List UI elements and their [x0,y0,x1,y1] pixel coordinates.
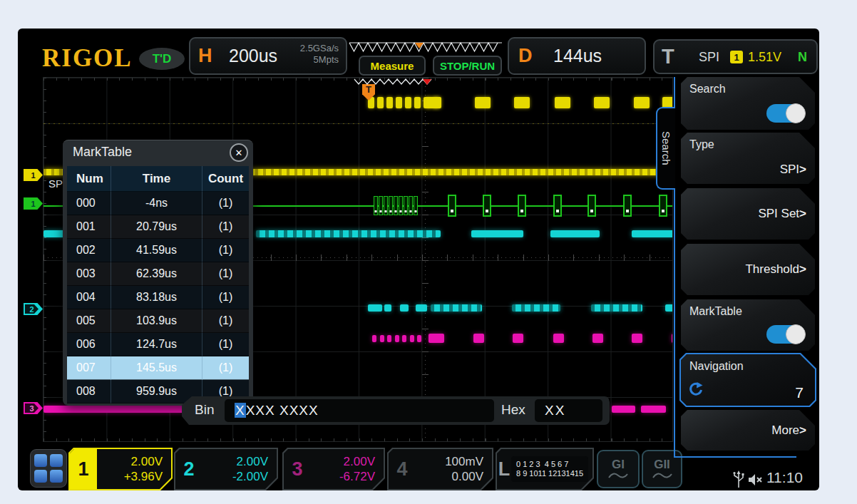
row-count: (1) [202,262,249,286]
marktable-row[interactable]: 006124.7us(1) [67,333,249,356]
navigation-value: 7 [795,384,804,401]
hex-value-field[interactable]: XX [535,399,602,422]
chevron-right-icon: > [799,207,806,220]
channel2-number: 2 [175,449,202,489]
ch1-marker[interactable]: 1 [24,169,43,181]
horizontal-timebase-panel[interactable]: H 200us 2.5GSa/s 5Mpts [189,37,347,75]
chevron-right-icon: > [799,262,806,276]
ch2-trace [256,230,441,237]
row-time: 145.5us [111,356,202,380]
search-event-mark [405,97,411,108]
marktable-row[interactable]: 007145.5us(1) [67,356,249,380]
sine-wave-icon [607,471,629,480]
bus-marker[interactable]: 1 [24,197,43,210]
ch3-burst [387,335,391,342]
oscilloscope-screen: RIGOL T'D H 200us 2.5GSa/s 5Mpts Measure… [18,29,819,490]
hex-label: Hex [501,402,525,418]
ch3-burst [513,334,523,343]
ch3-trace [612,406,635,413]
bus-pulse [659,195,667,217]
marktable-row[interactable]: 000-4ns(1) [67,192,249,215]
row-count: (1) [202,356,249,380]
ch3-trace [641,406,666,413]
bus-pulse [374,196,378,215]
ch3-burst [672,334,673,343]
ch2-trace-lower [400,304,409,312]
rigol-logo: RIGOL [42,44,133,73]
ch3-burst [372,335,376,342]
menu-item-marktable[interactable]: MarkTable [681,299,815,351]
la-label: L [497,458,511,480]
column-header-count: Count [202,166,249,192]
marktable-row[interactable]: 00241.59us(1) [67,239,249,262]
menu-item-spi-set[interactable]: SPI Set> [681,188,815,240]
row-num: 004 [67,286,111,309]
menu-item-navigation[interactable]: Navigation 7 [679,353,816,407]
delay-panel[interactable]: D 144us [508,37,646,75]
bin-value-field[interactable]: XXXX XXXX [225,399,494,422]
home-menu-button[interactable] [30,449,67,488]
grid-icon [34,454,47,467]
menu-item-search[interactable]: Search [681,77,815,130]
channel2-scale: 2.00V [237,454,268,469]
channel4-button[interactable]: 4 100mV 0.00V [387,448,493,490]
trigger-panel[interactable]: T SPI 1 1.51V N [653,39,818,74]
marktable-popup: MarkTable ✕ Num Time Count 000-4ns(1)001… [63,140,253,406]
timebase-value: 200us [229,46,277,66]
measure-button[interactable]: Measure [359,56,426,76]
row-num: 008 [67,380,111,403]
gen1-button[interactable]: GI [597,450,640,488]
ch2-trace-lower [512,304,560,312]
la-channels-row1: 0 1 2 3 4 5 6 7 [516,460,583,469]
bus-pulse [399,196,403,215]
dc-coupling-icon [327,458,339,466]
search-event-mark [594,97,610,108]
marktable-row[interactable]: 00120.79us(1) [67,215,249,239]
dc-coupling-icon [220,458,232,466]
marktable-body: 000-4ns(1)00120.79us(1)00241.59us(1)0036… [67,192,249,403]
row-count: (1) [202,192,249,215]
marktable-row[interactable]: 00483.18us(1) [67,286,249,309]
hex-value: XX [545,403,565,418]
marktable-title: MarkTable [73,145,132,160]
channel1-scale: 2.00V [131,454,163,469]
ch2-trace-lower [665,304,673,312]
channel1-button[interactable]: 1 2.00V +3.96V [68,448,173,490]
marktable-row[interactable]: 005103.9us(1) [67,309,249,333]
row-time: 20.79us [111,215,202,239]
acquisition-info: 2.5GSa/s 5Mpts [300,43,339,66]
row-num: 006 [67,333,111,356]
row-num: 001 [67,215,111,239]
menu-item-more[interactable]: More> [681,410,815,451]
bin-cursor: X [235,403,246,418]
channel3-button[interactable]: 3 2.00V -6.72V [282,448,385,490]
search-toggle[interactable] [766,104,805,123]
search-event-mark [555,97,570,108]
marktable-toggle[interactable] [766,325,805,344]
sidebar-tab-search[interactable]: Search [656,107,675,190]
close-icon[interactable]: ✕ [230,143,248,162]
waveform-overview-bar[interactable] [348,37,503,56]
marktable-row[interactable]: 00362.39us(1) [67,262,249,286]
row-count: (1) [202,239,249,262]
trigger-level: 1.51V [748,50,781,65]
ch2-trace [471,230,523,237]
channel1-offset: +3.96V [124,469,163,484]
channel2-button[interactable]: 2 2.00V -2.00V [174,448,278,490]
row-time: -4ns [111,192,202,215]
search-event-mark [396,97,402,108]
zoom-region-indicator [353,78,438,86]
menu-item-threshold[interactable]: Threshold> [681,244,815,295]
search-event-mark [634,97,650,108]
menu-item-type[interactable]: Type SPI> [681,133,815,184]
ch3-burst [428,334,444,343]
logic-analyzer-button[interactable]: L 0 1 2 3 4 5 6 7 8 9 1011 12131415 [496,448,594,490]
stop-run-button[interactable]: STOP/RUN [433,56,502,76]
ch3-marker[interactable]: 3 [24,402,43,414]
ch2-marker[interactable]: 2 [24,303,43,315]
row-time: 83.18us [111,286,202,309]
column-header-num: Num [67,166,111,192]
channel2-offset: -2.00V [232,469,268,484]
bus-pulse [389,196,393,215]
dc-coupling-icon [428,458,441,466]
